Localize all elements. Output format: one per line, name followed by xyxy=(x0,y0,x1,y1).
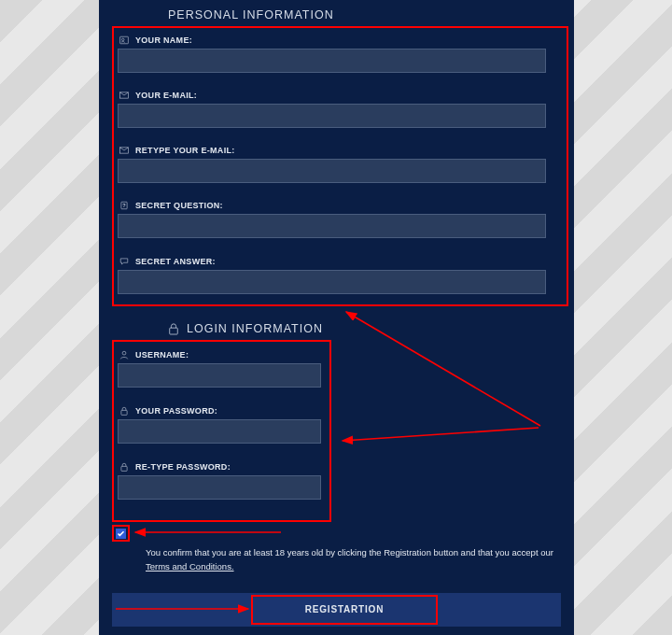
register-button[interactable]: REGISTARTION xyxy=(251,595,438,625)
speech-bubble-icon xyxy=(119,257,129,266)
envelope-icon xyxy=(119,91,129,100)
secret-answer-input[interactable] xyxy=(118,270,546,294)
arrow-to-register xyxy=(112,602,257,615)
secret-question-label: ? SECRET QUESTION: xyxy=(118,201,546,210)
secret-question-input[interactable] xyxy=(118,214,546,238)
arrow-to-login xyxy=(335,420,550,448)
lock-icon xyxy=(119,406,129,416)
question-icon: ? xyxy=(119,201,129,210)
svg-rect-9 xyxy=(121,466,127,471)
svg-rect-6 xyxy=(170,328,178,334)
svg-line-11 xyxy=(343,428,539,441)
secret-answer-label: SECRET ANSWER: xyxy=(118,257,546,266)
envelope-icon xyxy=(119,146,129,155)
retype-email-label: RETYPE YOUR E-MAIL: xyxy=(118,146,546,155)
svg-point-7 xyxy=(122,351,126,355)
retype-password-label: RE-TYPE PASSWORD: xyxy=(118,462,321,472)
retype-email-input[interactable] xyxy=(118,159,546,183)
confirm-text: You confirm that you are at least 18 yea… xyxy=(146,545,566,573)
username-input[interactable] xyxy=(118,363,321,388)
email-input[interactable] xyxy=(118,104,546,128)
email-label: YOUR E-MAIL: xyxy=(118,91,546,100)
arrow-to-personal xyxy=(337,306,552,432)
user-icon xyxy=(119,350,129,360)
password-input[interactable] xyxy=(118,419,321,444)
checkmark-icon xyxy=(117,529,125,538)
svg-point-1 xyxy=(122,38,125,41)
svg-rect-8 xyxy=(121,410,127,415)
contact-card-icon xyxy=(119,35,129,45)
username-label: USERNAME: xyxy=(118,350,321,360)
personal-info-heading: PERSONAL INFORMATION xyxy=(168,8,334,21)
svg-line-10 xyxy=(346,312,540,426)
name-input[interactable] xyxy=(118,49,546,73)
name-label: YOUR NAME: xyxy=(118,35,546,45)
lock-icon xyxy=(168,322,179,335)
svg-text:?: ? xyxy=(122,203,126,208)
retype-password-input[interactable] xyxy=(118,475,321,500)
login-info-heading: LOGIN INFORMATION xyxy=(168,322,323,335)
terms-link[interactable]: Terms and Conditions. xyxy=(146,561,234,572)
terms-checkbox[interactable] xyxy=(116,529,126,539)
password-label: YOUR PASSWORD: xyxy=(118,406,321,416)
arrow-to-checkbox xyxy=(130,526,288,539)
lock-icon xyxy=(119,462,129,472)
